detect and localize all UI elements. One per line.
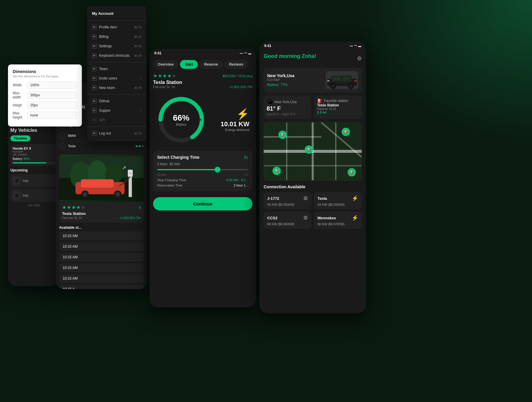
slider-max: 7 h bbox=[244, 173, 248, 176]
car-location: New York,Usa bbox=[267, 73, 294, 78]
table-row-3: ○ Tesla bbox=[59, 141, 144, 151]
time-slot-3[interactable]: 10:15 AM bbox=[59, 253, 144, 262]
svg-text:↗: ↗ bbox=[122, 165, 126, 171]
vehicle-battery: Battery: 80% bbox=[13, 157, 55, 161]
envelope-icon-4: ✉ bbox=[92, 53, 97, 58]
envelope-icon-7: ✉ bbox=[92, 85, 97, 90]
time-slot-5[interactable]: 10:15 AM bbox=[59, 274, 144, 283]
max-height-input[interactable] bbox=[27, 112, 77, 119]
fav-distance: 1.2 mi bbox=[317, 111, 359, 114]
divider-3 bbox=[87, 127, 146, 127]
conn-name-3: CCS2 bbox=[267, 216, 278, 220]
svg-point-22 bbox=[180, 100, 182, 101]
map-pin-b[interactable]: ⛽ bbox=[342, 128, 350, 136]
time-slot-1[interactable]: 10:15 AM bbox=[59, 231, 144, 240]
menu-item-shortcuts[interactable]: ✉ Keyboard shortcuts ⌘⇧B bbox=[87, 51, 146, 60]
phone4-status-icons: ▪▪▪ 〜 ▬ bbox=[350, 44, 361, 48]
car-info: New York,Usa F23 8AP Battery: 77% bbox=[267, 73, 294, 87]
upcoming-card-1: ⊞ Insp bbox=[10, 174, 57, 187]
svg-point-9 bbox=[83, 192, 87, 197]
chevron-right-icon-2: › bbox=[140, 108, 142, 113]
dropdown-title: My Account bbox=[87, 9, 146, 19]
svg-point-10 bbox=[116, 192, 120, 197]
envelope-icon-6: ✉ bbox=[92, 76, 97, 81]
charging-time-card: Select Charging Time $1 2 hour: 30 min 1… bbox=[153, 151, 252, 191]
phone3-status-bar: 9:41 ▪▪▪ 〜 ▬ bbox=[150, 49, 256, 56]
dots-3 bbox=[136, 145, 144, 147]
favorite-card: ⛽ Favorite station Tesla Station Hanover… bbox=[314, 95, 362, 119]
height-label: Heigh bbox=[13, 103, 27, 107]
tab-bar: Overview Start Reserve Reviews bbox=[153, 60, 252, 69]
conn-power-1: 55 KW ($0.05/KW) bbox=[267, 203, 308, 206]
tab-start[interactable]: Start bbox=[180, 60, 197, 69]
svg-rect-33 bbox=[354, 80, 357, 82]
time-slot-2[interactable]: 10:15 AM bbox=[59, 242, 144, 251]
menu-item-billing[interactable]: ✉ Billing ⌘⇧B bbox=[87, 32, 146, 41]
menu-item-invite[interactable]: ✉ Invite users › bbox=[87, 74, 146, 83]
envelope-icon: ✉ bbox=[92, 25, 97, 30]
upcoming-text-1: Insp bbox=[23, 179, 28, 182]
car-image bbox=[326, 71, 358, 89]
wifi-icon-4: 〜 bbox=[354, 44, 357, 48]
phone3-station-addr: Fall river St. 24 bbox=[153, 85, 175, 89]
menu-item-new-team[interactable]: ✉ New team ⌘⇧B bbox=[87, 83, 146, 93]
battery-icon-4: ▬ bbox=[358, 44, 361, 48]
map-pin-a[interactable]: ⛽ bbox=[278, 131, 287, 139]
car-battery-val: 77% bbox=[280, 83, 288, 87]
signal-icon-3: ▪▪▪ bbox=[240, 52, 243, 55]
menu-item-logout[interactable]: ✉ Log out ⌘⇧B bbox=[87, 129, 146, 138]
menu-item-team[interactable]: ✉ Team bbox=[87, 64, 146, 74]
continue-button[interactable]: Continue bbox=[153, 197, 252, 210]
station-image-card: T ↗ ★ ★ ★ ★ ★ $ bbox=[59, 154, 144, 223]
greeting-text: Good morning Zoha! bbox=[264, 53, 316, 59]
signal-icon-4: ▪▪▪ bbox=[350, 44, 353, 48]
background-gradient bbox=[355, 0, 532, 148]
vehicle-location: UK, London bbox=[13, 153, 55, 156]
phone-good-morning: 9:41 ▪▪▪ 〜 ▬ Good morning Zoha! ⚙ New Yo… bbox=[259, 41, 366, 313]
menu-item-profile[interactable]: ✉ Profile Item ⌘⇧B bbox=[87, 22, 146, 32]
menu-item-api: ✉ API bbox=[87, 115, 146, 125]
car-battery: Battery: 77% bbox=[267, 83, 294, 87]
connector-icon-4: ⚡ bbox=[352, 215, 358, 221]
time-slot-6[interactable]: 10:15 A... bbox=[59, 285, 144, 289]
map-pin-e[interactable]: ⛽ bbox=[348, 168, 356, 176]
menu-item-github[interactable]: ✉ Github bbox=[87, 96, 146, 106]
reservation-val: 2 hour 1... bbox=[233, 184, 248, 187]
map-large[interactable]: ⛽ ⛽ ⛽ ⛽ ⛽ bbox=[264, 122, 362, 181]
timeline-button[interactable]: Timeline bbox=[10, 135, 30, 141]
dimensions-panel: Dimensions Set the dimensions for the la… bbox=[8, 64, 82, 127]
weather-day-night: Day 83 F – Night 76 F bbox=[267, 113, 308, 116]
available-slots-title: Available sl... bbox=[59, 226, 144, 230]
width-input[interactable] bbox=[27, 82, 77, 89]
max-width-input[interactable] bbox=[27, 92, 77, 99]
max-width-label: Max. width bbox=[13, 91, 27, 99]
phone3-status-icons: ▪▪▪ 〜 ▬ bbox=[240, 51, 251, 55]
map-pin-d[interactable]: ⛽ bbox=[273, 167, 281, 175]
envelope-icon-8: ✉ bbox=[92, 99, 97, 103]
upcoming-icon-2: ⊞ bbox=[13, 191, 21, 200]
time-slider[interactable] bbox=[157, 169, 248, 170]
dot-inactive bbox=[142, 145, 144, 147]
svg-rect-6 bbox=[81, 179, 114, 188]
tab-reviews[interactable]: Reviews bbox=[224, 60, 248, 69]
energy-kw: 10.01 KW bbox=[220, 120, 249, 128]
tab-reserve[interactable]: Reserve bbox=[200, 60, 223, 69]
tab-overview[interactable]: Overview bbox=[153, 60, 178, 69]
vehicle-battery-val: 80% bbox=[24, 157, 30, 161]
phone3-price: $60/100v * 8/10 plug bbox=[223, 74, 252, 78]
connection-title: Connection Available bbox=[264, 184, 362, 189]
favorite-label: Favorite station bbox=[324, 99, 348, 103]
weather-icon: 🌤 bbox=[267, 98, 273, 105]
menu-item-support[interactable]: ✉ Suppor › bbox=[87, 106, 146, 115]
vehicle-plate: F24 5AP bbox=[13, 150, 55, 153]
envelope-icon-10: ✉ bbox=[92, 118, 97, 122]
height-input[interactable] bbox=[27, 102, 77, 109]
station-name-2: Tesla Station bbox=[62, 211, 141, 216]
time-slot-4[interactable]: 10:15 AM bbox=[59, 263, 144, 272]
charging-duration: 2 hour: 30 min bbox=[157, 162, 248, 166]
envelope-icon-2: ✉ bbox=[92, 34, 97, 39]
max-height-label: Max. height bbox=[13, 111, 27, 119]
stop-val: 6:00 AM - 8:1... bbox=[226, 178, 248, 182]
menu-item-settings[interactable]: ✉ Settings ⌘⇧B bbox=[87, 41, 146, 51]
settings-icon[interactable]: ⚙ bbox=[357, 55, 362, 62]
